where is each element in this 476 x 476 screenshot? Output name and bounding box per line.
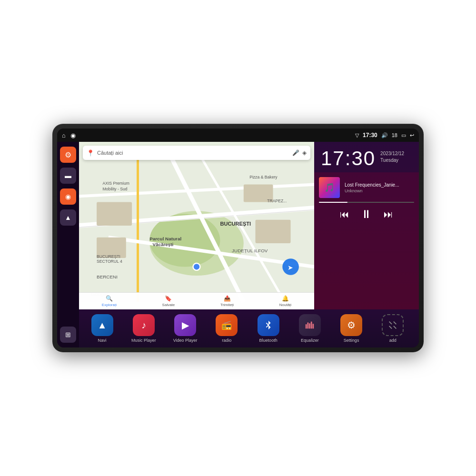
sidebar-files-btn[interactable]: ▬ (60, 168, 76, 184)
app-grid: ▲ Navi ♪ Music Player ▶ (83, 314, 412, 343)
app-music-player[interactable]: ♪ Music Player (129, 314, 158, 343)
add-icon (387, 320, 398, 330)
svg-rect-32 (311, 322, 312, 329)
status-bar-right: ▽ 17:30 🔊 18 ▭ ↩ (355, 132, 414, 139)
equalizer-icon-bg (299, 314, 321, 336)
music-progress-bar[interactable] (319, 202, 414, 203)
svg-line-36 (389, 326, 392, 329)
bluetooth-icon (263, 320, 274, 330)
navi-icon-bg: ▲ (91, 314, 113, 336)
app-radio[interactable]: 📻 radio (212, 314, 241, 343)
svg-text:JUDEȚUL ILFOV: JUDEȚUL ILFOV (232, 248, 268, 253)
map-saved-btn[interactable]: 🔖 Salvate (162, 295, 175, 307)
clock-section: 17:30 2023/12/12 Tuesday (314, 142, 419, 172)
music-title: Lost Frequencies_Janie... (345, 182, 414, 188)
music-next-btn[interactable]: ⏭ (384, 209, 393, 220)
svg-text:Văcărești: Văcărești (152, 242, 173, 247)
device-outer: ⌂ ◉ ▽ 17:30 🔊 18 ▭ ↩ ⚙ ▬ (52, 124, 424, 352)
saved-label: Salvate (162, 303, 175, 307)
navi-icon: ▲ (98, 320, 107, 331)
music-prev-btn[interactable]: ⏮ (340, 209, 349, 220)
saved-icon: 🔖 (165, 295, 172, 302)
navi-label: Navi (98, 338, 107, 343)
add-icon-bg (382, 314, 404, 336)
svg-text:➤: ➤ (288, 264, 293, 271)
main-content: ⚙ ▬ ◉ ▲ ⊞ (57, 142, 419, 347)
music-text: Lost Frequencies_Janie... Unknown (345, 182, 414, 193)
status-bar: ⌂ ◉ ▽ 17:30 🔊 18 ▭ ↩ (57, 129, 419, 142)
app-video-player[interactable]: ▶ Video Player (171, 314, 199, 343)
clock-date-value: 2023/12/12 (380, 150, 404, 157)
sidebar: ⚙ ▬ ◉ ▲ ⊞ (57, 142, 79, 347)
app-navi[interactable]: ▲ Navi (88, 314, 117, 343)
status-bar-left: ⌂ ◉ (62, 132, 76, 139)
center-area: 📍 Căutați aici 🎤 ◈ (79, 142, 419, 347)
map-news-btn[interactable]: 🔔 Noutăți (279, 295, 291, 307)
google-maps-icon: 📍 (87, 149, 94, 157)
clock-day: Tuesday (380, 157, 404, 164)
add-label: add (389, 338, 397, 343)
news-label: Noutăți (279, 303, 291, 307)
map-search-text[interactable]: Căutați aici (97, 150, 289, 156)
mic-icon[interactable]: 🎤 (292, 149, 299, 156)
settings-icon-bg: ⚙ (340, 314, 362, 336)
svg-text:Parcul Natural: Parcul Natural (149, 236, 181, 241)
top-row: 📍 Căutați aici 🎤 ◈ (79, 142, 419, 309)
map-status-icon[interactable]: ◉ (70, 132, 76, 139)
svg-rect-29 (306, 324, 307, 328)
map-widget[interactable]: 📍 Căutați aici 🎤 ◈ (79, 142, 314, 309)
map-search-bar[interactable]: 📍 Căutați aici 🎤 ◈ (83, 146, 310, 160)
music-artist: Unknown (345, 188, 414, 193)
map-explore-btn[interactable]: 🔍 Explorați (102, 295, 117, 307)
svg-text:SECTORUL 4: SECTORUL 4 (97, 259, 122, 264)
music-controls: ⏮ ⏸ ⏭ (319, 208, 414, 221)
device-screen: ⌂ ◉ ▽ 17:30 🔊 18 ▭ ↩ ⚙ ▬ (57, 129, 419, 347)
app-settings[interactable]: ⚙ Settings (337, 314, 366, 343)
sidebar-maps-btn[interactable]: ◉ (60, 188, 76, 205)
svg-text:BUCUREȘTI: BUCUREȘTI (220, 221, 251, 227)
map-bottom-bar: 🔍 Explorați 🔖 Salvate 📤 Trimiteți (79, 292, 314, 309)
music-pause-btn[interactable]: ⏸ (361, 208, 372, 221)
music-progress-fill (319, 202, 347, 203)
share-label: Trimiteți (220, 303, 234, 307)
svg-text:BERCENI: BERCENI (97, 274, 118, 279)
share-icon: 📤 (224, 295, 231, 302)
sidebar-settings-btn[interactable]: ⚙ (60, 147, 76, 163)
equalizer-label: Equalizer (301, 338, 319, 343)
sidebar-nav-btn[interactable]: ▲ (60, 209, 76, 226)
svg-line-37 (394, 326, 397, 329)
map-pin-icon: ◉ (65, 193, 71, 200)
svg-text:Mobility - Sud: Mobility - Sud (102, 187, 127, 191)
svg-text:Pizza & Bakery: Pizza & Bakery (249, 175, 278, 179)
wifi-icon: ▽ (355, 132, 359, 139)
equalizer-icon (305, 320, 315, 330)
music-player-icon-bg: ♪ (133, 314, 155, 336)
settings-icon: ⚙ (65, 150, 71, 159)
back-icon[interactable]: ↩ (410, 132, 414, 139)
files-icon: ▬ (65, 172, 71, 179)
bluetooth-icon-bg (258, 314, 279, 336)
battery-level: 18 (392, 132, 397, 138)
svg-rect-31 (309, 323, 310, 328)
app-add[interactable]: add (378, 314, 407, 343)
svg-line-34 (389, 322, 392, 325)
clock-time: 17:30 (321, 149, 376, 169)
home-icon[interactable]: ⌂ (62, 132, 66, 139)
svg-text:AXIS Premium: AXIS Premium (102, 181, 129, 186)
music-player-label: Music Player (131, 338, 156, 343)
svg-line-35 (394, 322, 397, 325)
battery-icon: ▭ (401, 132, 406, 139)
svg-text:BUCUREȘTI: BUCUREȘTI (97, 254, 120, 259)
layers-icon[interactable]: ◈ (302, 149, 307, 156)
music-info-row: 🎵 Lost Frequencies_Janie... Unknown (319, 177, 414, 198)
news-icon: 🔔 (282, 295, 289, 302)
right-panel: 17:30 2023/12/12 Tuesday 🎵 Lost (314, 142, 419, 309)
map-background: AXIS Premium Mobility - Sud Pizza & Bake… (79, 142, 314, 309)
music-section: 🎵 Lost Frequencies_Janie... Unknown (314, 172, 419, 309)
svg-point-28 (193, 263, 200, 270)
app-bluetooth[interactable]: Bluetooth (254, 314, 283, 343)
map-share-btn[interactable]: 📤 Trimiteți (220, 295, 234, 307)
sidebar-grid-btn[interactable]: ⊞ (60, 327, 76, 343)
app-equalizer[interactable]: Equalizer (296, 314, 324, 343)
radio-icon-bg: 📻 (216, 314, 238, 336)
